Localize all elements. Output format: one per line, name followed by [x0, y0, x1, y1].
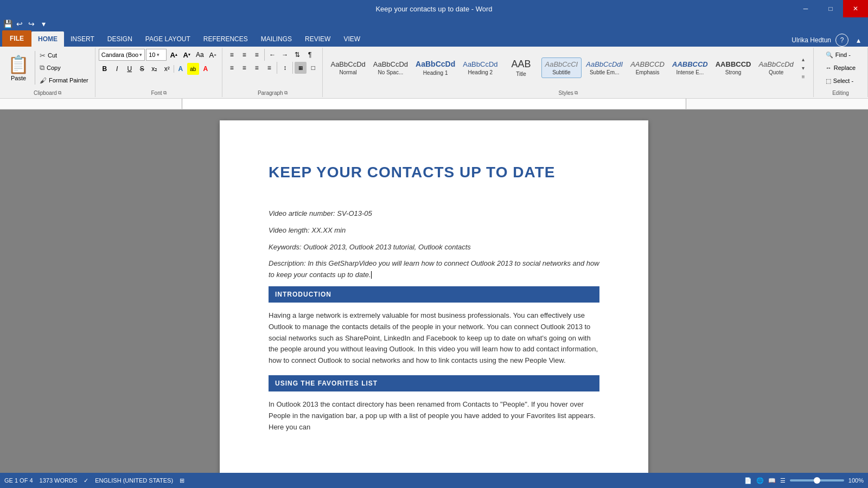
styles-scroll-down[interactable]: ▾	[799, 64, 808, 72]
clipboard-expand[interactable]: ⧉	[58, 90, 61, 96]
style-emphasis-preview: AABBCCD	[630, 60, 665, 69]
decrease-font-button[interactable]: A▾	[181, 49, 193, 61]
window-controls: ─ □ ✕	[793, 0, 868, 17]
paste-button[interactable]: 📋 Paste	[3, 49, 34, 87]
font-size-value: 10	[149, 52, 155, 58]
align-center-button[interactable]: ≡	[238, 62, 250, 74]
status-right: 📄 🌐 📖 ☰ 100%	[744, 477, 864, 484]
clear-format-button[interactable]: A×	[207, 49, 219, 61]
style-heading2-preview: AaBbCcDd	[463, 60, 497, 69]
strikethrough-button[interactable]: S	[136, 63, 148, 75]
font-group: Candara (Boo ▾ 10 ▾ A▴ A▾ Aa A× B I U S …	[95, 48, 223, 97]
tab-references[interactable]: REFERENCES	[197, 31, 254, 47]
maximize-button[interactable]: □	[818, 0, 843, 17]
style-quote-label: Quote	[769, 69, 783, 75]
align-right-button[interactable]: ≡	[251, 62, 263, 74]
justify-button[interactable]: ≡	[263, 62, 275, 74]
track-changes-icon: ⊞	[180, 477, 184, 484]
styles-expand[interactable]: ⧉	[575, 90, 578, 96]
styles-more[interactable]: ≡	[799, 73, 808, 80]
show-marks-button[interactable]: ¶	[304, 49, 316, 61]
style-heading1[interactable]: AaBbCcDd Heading 1	[412, 57, 458, 78]
increase-indent-button[interactable]: →	[279, 49, 291, 61]
document-page: KEEP YOUR CONTACTS UP TO DATE Video arti…	[220, 120, 648, 474]
sort-button[interactable]: ⇅	[291, 49, 303, 61]
italic-button[interactable]: I	[111, 63, 123, 75]
increase-font-button[interactable]: A▴	[168, 49, 180, 61]
style-emphasis[interactable]: AABBCCD Emphasis	[627, 58, 668, 78]
style-subtle-em[interactable]: AaBbCcDdI Subtle Em...	[583, 58, 626, 78]
tab-file[interactable]: FILE	[2, 30, 31, 47]
bullets-button[interactable]: ≡	[226, 49, 238, 61]
borders-button[interactable]: □	[307, 62, 319, 74]
view-read-icon[interactable]: 📖	[768, 477, 776, 484]
spell-check-icon[interactable]: ✓	[84, 477, 88, 484]
tab-design[interactable]: DESIGN	[101, 31, 139, 47]
tab-view[interactable]: VIEW	[337, 31, 367, 47]
font-expand[interactable]: ⧉	[163, 90, 167, 96]
close-button[interactable]: ✕	[843, 0, 868, 17]
zoom-percent: 100%	[848, 477, 864, 484]
style-subtitle[interactable]: AaBbCcCI Subtitle	[541, 57, 582, 79]
document-meta2: Video length: XX.XX min	[269, 225, 599, 236]
style-heading2[interactable]: AaBbCcDd Heading 2	[459, 58, 501, 78]
style-quote[interactable]: AaBbCcDd Quote	[755, 58, 796, 78]
select-label: Select -	[833, 78, 853, 84]
style-normal[interactable]: AaBbCcDd Normal	[327, 58, 368, 78]
zoom-slider[interactable]	[790, 479, 844, 481]
minimize-button[interactable]: ─	[793, 0, 818, 17]
shading-button[interactable]: ▦	[295, 62, 307, 74]
text-highlight-button[interactable]: ab	[187, 63, 199, 75]
undo-quick-btn[interactable]: ↩	[14, 18, 25, 29]
line-spacing-button[interactable]: ↕	[279, 62, 291, 74]
style-subtitle-preview: AaBbCcCI	[545, 60, 578, 69]
find-button[interactable]: 🔍 Find -	[822, 49, 854, 61]
view-print-icon[interactable]: 📄	[744, 477, 752, 484]
text-effects-button[interactable]: A	[175, 63, 187, 75]
cut-button[interactable]: ✂ Cut	[36, 49, 92, 61]
font-name-field[interactable]: Candara (Boo ▾	[99, 49, 145, 61]
word-count: 1373 WORDS	[40, 477, 78, 484]
bold-button[interactable]: B	[99, 63, 111, 75]
section1-header: INTRODUCTION	[269, 286, 599, 303]
style-intense-em[interactable]: AABBCCD Intense E...	[669, 58, 711, 78]
subscript-button[interactable]: x₂	[149, 63, 161, 75]
style-title-label: Title	[516, 71, 526, 77]
title-bar: Keep your contacts up to date - Word ─ □…	[0, 0, 868, 17]
tab-mailings[interactable]: MAILINGS	[254, 31, 298, 47]
style-no-spacing[interactable]: AaBbCcDd No Spac...	[370, 58, 411, 78]
redo-quick-btn[interactable]: ↪	[26, 18, 37, 29]
help-button[interactable]: ?	[835, 34, 848, 47]
font-size-field[interactable]: 10 ▾	[146, 49, 167, 61]
underline-button[interactable]: U	[124, 63, 136, 75]
view-web-icon[interactable]: 🌐	[756, 477, 764, 484]
style-strong[interactable]: AABBCCD Strong	[712, 58, 755, 78]
view-outline-icon[interactable]: ☰	[780, 477, 786, 484]
paragraph-expand[interactable]: ⧉	[284, 90, 288, 96]
style-title[interactable]: AAB Title	[502, 56, 540, 80]
replace-button[interactable]: ↔ Replace	[822, 62, 859, 74]
superscript-button[interactable]: x²	[161, 63, 173, 75]
select-button[interactable]: ⬚ Select -	[822, 75, 857, 87]
tab-review[interactable]: REVIEW	[298, 31, 337, 47]
copy-button[interactable]: ⧉ Copy	[36, 62, 92, 74]
change-case-button[interactable]: Aa	[194, 49, 206, 61]
document-area[interactable]: KEEP YOUR CONTACTS UP TO DATE Video arti…	[0, 110, 868, 474]
styles-scroll-controls: ▴ ▾ ≡	[798, 55, 809, 80]
numbering-button[interactable]: ≡	[238, 49, 250, 61]
quick-access-dropdown[interactable]: ▾	[38, 18, 49, 29]
styles-group: AaBbCcDd Normal AaBbCcDd No Spac... AaBb…	[323, 48, 814, 97]
tab-home[interactable]: HOME	[31, 31, 64, 47]
tab-insert[interactable]: INSERT	[64, 31, 101, 47]
multilevel-button[interactable]: ≡	[251, 49, 263, 61]
font-color-button[interactable]: A	[200, 63, 212, 75]
tab-page-layout[interactable]: PAGE LAYOUT	[139, 31, 197, 47]
decrease-indent-button[interactable]: ←	[266, 49, 278, 61]
clipboard-label: Clipboard ⧉	[34, 89, 61, 96]
ribbon-right: Ulrika Hedtun ? ▴	[792, 34, 868, 47]
save-quick-btn[interactable]: 💾	[2, 18, 13, 29]
ribbon-minimize-btn[interactable]: ▴	[853, 35, 864, 46]
styles-scroll-up[interactable]: ▴	[799, 55, 808, 63]
format-painter-button[interactable]: 🖌 Format Painter	[36, 74, 92, 86]
align-left-button[interactable]: ≡	[226, 62, 238, 74]
